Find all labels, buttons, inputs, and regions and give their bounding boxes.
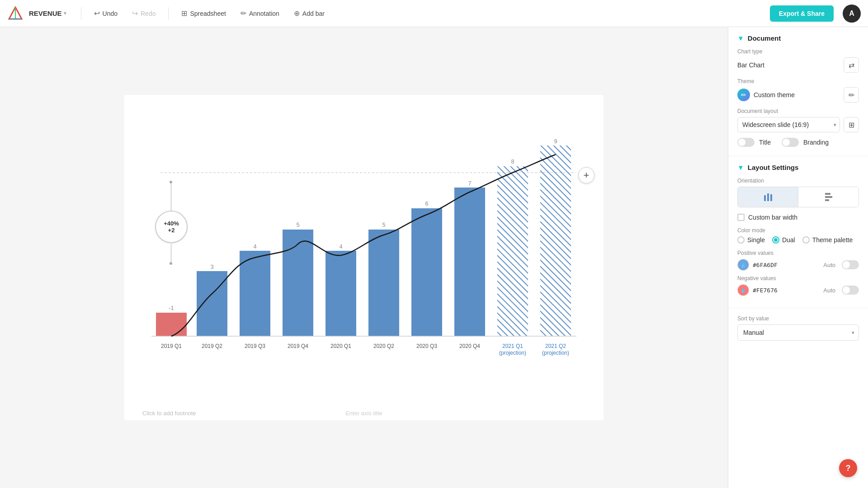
color-mode-dual[interactable]: Dual (772, 236, 795, 244)
svg-rect-29 (767, 193, 769, 201)
color-mode-single-radio[interactable] (737, 236, 745, 244)
svg-text:6: 6 (425, 200, 428, 207)
spreadsheet-button[interactable]: ⊞ Spreadsheet (176, 6, 231, 20)
color-mode-dual-dot (774, 238, 778, 242)
negative-auto-label: Auto (823, 287, 835, 294)
color-mode-group: Single Dual Theme palette (737, 236, 859, 244)
svg-text:(projection): (projection) (542, 350, 569, 356)
title-toggle[interactable] (737, 138, 755, 147)
add-bar-icon: ⊕ (294, 9, 300, 18)
chart-area: + +40% +2 (0, 27, 728, 488)
add-bar-circle-button[interactable]: + (578, 167, 594, 183)
chart-type-swap-button[interactable]: ⇄ (844, 57, 859, 73)
document-section-title: Document (748, 34, 781, 42)
svg-text:2020 Q1: 2020 Q1 (330, 343, 351, 349)
undo-icon: ↩ (94, 9, 100, 18)
negative-auto-toggle[interactable] (842, 286, 859, 295)
svg-text:2021 Q2: 2021 Q2 (545, 343, 566, 349)
sort-select-wrap: Manual Ascending Descending ▾ (737, 324, 859, 341)
avatar[interactable]: A (843, 5, 861, 23)
annotation-button[interactable]: ✏ Annotation (235, 6, 285, 20)
brand-name[interactable]: REVENUE ▾ (29, 9, 66, 17)
title-toggle-knob (738, 139, 745, 146)
orient-vertical-icon (763, 192, 774, 202)
branding-toggle-row: Branding (782, 138, 829, 147)
color-mode-theme-radio[interactable] (802, 236, 810, 244)
layout-settings-header[interactable]: ▼ Layout Settings (737, 164, 859, 171)
custom-bar-width-checkbox[interactable] (737, 214, 745, 221)
svg-text:2020 Q3: 2020 Q3 (416, 343, 437, 349)
doc-layout-select-wrap: Widescreen slide (16:9) ▾ (737, 117, 840, 132)
document-section: ▼ Document Chart type Bar Chart ⇄ Theme … (728, 27, 868, 156)
toolbar-sep-2 (168, 7, 169, 20)
doc-layout-grid-button[interactable]: ⊞ (844, 117, 859, 132)
branding-toggle-label: Branding (803, 139, 829, 146)
bar-2020q3[interactable] (411, 208, 442, 336)
svg-text:2019 Q4: 2019 Q4 (288, 343, 308, 349)
chart-footnote[interactable]: Click to add footnote (142, 410, 196, 417)
title-toggle-row: Title (737, 138, 771, 147)
bar-2021q1[interactable] (497, 166, 528, 336)
layout-settings-section: ▼ Layout Settings Orientation (728, 156, 868, 308)
layout-settings-title: Layout Settings (748, 164, 799, 171)
orient-horizontal-button[interactable] (798, 187, 859, 207)
help-button[interactable]: ? (839, 459, 857, 477)
positive-auto-toggle[interactable] (842, 260, 859, 269)
chart-container: + +40% +2 (124, 95, 604, 420)
theme-label: Theme (737, 78, 859, 84)
negative-color-swatch[interactable]: 💧 (737, 284, 749, 296)
toolbar-sep-1 (81, 7, 81, 20)
bar-2019q3[interactable] (240, 251, 270, 336)
annotation-bubble[interactable]: +40% +2 (155, 211, 188, 243)
svg-rect-31 (825, 193, 830, 195)
export-share-button[interactable]: Export & Share (770, 5, 834, 22)
svg-rect-28 (764, 195, 766, 201)
redo-icon: ↪ (132, 9, 138, 18)
bar-2020q4[interactable] (454, 188, 485, 336)
main-layout: + +40% +2 (0, 27, 868, 488)
app-logo (7, 5, 24, 22)
undo-button[interactable]: ↩ Undo (89, 6, 123, 20)
bar-2019q2[interactable] (197, 271, 227, 336)
color-mode-dual-radio[interactable] (772, 236, 779, 244)
document-section-header[interactable]: ▼ Document (737, 34, 859, 42)
sort-section: Sort by value Manual Ascending Descendin… (728, 308, 868, 348)
svg-text:2020 Q4: 2020 Q4 (459, 343, 480, 349)
orient-vertical-button[interactable] (738, 187, 798, 207)
bar-2020q2[interactable] (368, 230, 399, 336)
svg-text:2021 Q1: 2021 Q1 (502, 343, 523, 349)
title-toggle-label: Title (759, 139, 771, 146)
bar-2019q4[interactable] (283, 230, 313, 336)
spreadsheet-icon: ⊞ (181, 9, 187, 18)
chart-type-value: Bar Chart (737, 61, 840, 69)
sort-label: Sort by value (737, 315, 859, 322)
negative-color-hex: #FE7676 (753, 287, 778, 294)
svg-text:2019 Q2: 2019 Q2 (202, 343, 222, 349)
add-bar-button[interactable]: ⊕ Add bar (288, 6, 330, 20)
orientation-group (737, 187, 859, 207)
sort-select[interactable]: Manual Ascending Descending (737, 324, 859, 341)
svg-rect-33 (825, 199, 829, 201)
bar-2019q1[interactable] (156, 313, 187, 336)
redo-button[interactable]: ↪ Redo (127, 6, 161, 20)
svg-text:7: 7 (468, 180, 471, 187)
svg-rect-32 (825, 196, 832, 198)
svg-text:5: 5 (382, 221, 385, 228)
svg-rect-30 (770, 194, 772, 201)
bar-2020q1[interactable] (326, 251, 356, 336)
theme-edit-button[interactable]: ✏ (844, 87, 859, 103)
negative-values-label: Negative values (737, 275, 859, 282)
doc-layout-select[interactable]: Widescreen slide (16:9) (737, 117, 840, 132)
color-mode-theme-palette[interactable]: Theme palette (802, 236, 853, 244)
color-mode-single[interactable]: Single (737, 236, 765, 244)
positive-color-row: 💧 #6FA6DF Auto (737, 259, 859, 271)
negative-color-row: 💧 #FE7676 Auto (737, 284, 859, 296)
svg-text:5: 5 (296, 221, 299, 228)
doc-layout-label: Document layout (737, 108, 859, 114)
orient-horizontal-icon (823, 192, 834, 202)
positive-color-swatch[interactable]: 💧 (737, 259, 749, 271)
branding-toggle[interactable] (782, 138, 799, 147)
chart-axis-title[interactable]: Enter axis title (345, 410, 382, 417)
bar-2021q2[interactable] (540, 145, 571, 336)
toolbar: REVENUE ▾ ↩ Undo ↪ Redo ⊞ Spreadsheet ✏ … (0, 0, 868, 27)
